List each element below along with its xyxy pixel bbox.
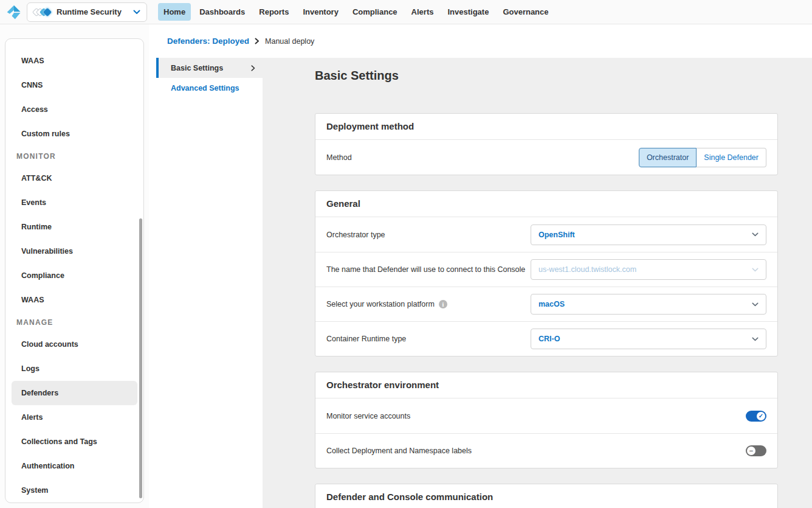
nav-tab-compliance[interactable]: Compliance (347, 3, 403, 21)
sidebar-item-system[interactable]: System (5, 478, 143, 503)
monitor-service-accounts-toggle[interactable]: ✓ (746, 411, 766, 422)
product-switcher-label: Runtime Security (57, 7, 133, 16)
chevron-down-icon (752, 337, 759, 341)
sidebar-item-access[interactable]: Access (5, 97, 143, 122)
workstation-platform-label: Select your workstation platform i (326, 300, 447, 308)
sidebar-item-custom-rules[interactable]: Custom rules (5, 122, 143, 146)
nav-tab-governance[interactable]: Governance (497, 3, 554, 21)
settings-nav-panel: Basic Settings Advanced Settings (149, 58, 263, 508)
sidebar-section-monitor: MONITOR (5, 146, 143, 166)
product-switcher-dropdown[interactable]: Runtime Security (27, 2, 147, 22)
breadcrumb: Defenders: Deployed Manual deploy (149, 24, 812, 58)
monitor-service-accounts-label: Monitor service accounts (326, 412, 410, 420)
collect-labels-label: Collect Deployment and Namespace labels (326, 447, 472, 455)
top-navigation-bar: Runtime Security Home Dashboards Reports… (0, 0, 812, 24)
sidebar-item-vulnerabilities[interactable]: Vulnerabilities (5, 239, 143, 263)
sidebar-section-manage: MANAGE (5, 312, 143, 332)
sidebar-item-waas[interactable]: WAAS (5, 49, 143, 73)
settings-content: Basic Settings Deployment method Method … (263, 58, 812, 508)
left-sidebar-column: WAAS CNNS Access Custom rules MONITOR AT… (0, 24, 149, 508)
sidebar-item-authentication[interactable]: Authentication (5, 454, 143, 478)
info-icon[interactable]: i (439, 300, 447, 308)
sidebar-item-compliance[interactable]: Compliance (5, 263, 143, 288)
console-name-label: The name that Defender will use to conne… (326, 265, 525, 274)
sidebar-scrollbar-thumb[interactable] (139, 218, 142, 498)
page-title: Basic Settings (315, 68, 778, 83)
sidebar-item-runtime[interactable]: Runtime (5, 215, 143, 239)
workstation-platform-select[interactable]: macOS (531, 294, 766, 315)
orchestrator-type-select[interactable]: OpenShift (531, 224, 766, 245)
nav-tab-alerts[interactable]: Alerts (406, 3, 439, 21)
chevron-down-icon (752, 232, 759, 237)
sidebar-item-events[interactable]: Events (5, 190, 143, 215)
container-runtime-type-label: Container Runtime type (326, 335, 406, 343)
nav-tab-inventory[interactable]: Inventory (297, 3, 344, 21)
general-card: General Orchestrator type OpenShift The … (315, 190, 778, 357)
chevron-right-icon (255, 38, 260, 44)
sidebar-item-attack[interactable]: ATT&CK (5, 166, 143, 190)
defender-console-communication-card-title: Defender and Console communication (315, 484, 777, 508)
sidebar-item-cnns[interactable]: CNNS (5, 73, 143, 97)
nav-tab-home[interactable]: Home (158, 3, 191, 21)
toggle-check-icon: ✓ (757, 412, 765, 420)
chevron-right-icon (251, 65, 255, 71)
method-option-single-defender[interactable]: Single Defender (697, 148, 766, 167)
palo-alto-networks-logo-icon (5, 3, 23, 21)
deployment-method-segmented-control: Orchestrator Single Defender (639, 148, 766, 167)
settings-nav-basic[interactable]: Basic Settings (156, 58, 263, 78)
prisma-cloud-icon (33, 9, 50, 15)
breadcrumb-current: Manual deploy (265, 37, 314, 46)
settings-nav-advanced[interactable]: Advanced Settings (156, 78, 263, 98)
sidebar-item-defenders[interactable]: Defenders (5, 381, 143, 405)
defender-console-communication-card: Defender and Console communication (315, 484, 778, 508)
chevron-down-icon (752, 268, 759, 272)
orchestrator-environment-card: Orchestrator environment Monitor service… (315, 372, 778, 468)
sidebar-item-alerts[interactable]: Alerts (5, 405, 143, 430)
app-window: Runtime Security Home Dashboards Reports… (0, 0, 812, 508)
sidebar-item-waas-monitor[interactable]: WAAS (5, 288, 143, 312)
nav-tab-investigate[interactable]: Investigate (442, 3, 494, 21)
method-label: Method (326, 153, 352, 162)
console-name-select[interactable]: us-west1.cloud.twistlock.com (531, 259, 766, 280)
breadcrumb-parent-link[interactable]: Defenders: Deployed (167, 37, 249, 46)
collect-labels-toggle[interactable]: − (746, 445, 766, 456)
sidebar-item-collections-and-tags[interactable]: Collections and Tags (5, 430, 143, 454)
container-runtime-type-select[interactable]: CRI-O (531, 329, 766, 349)
method-option-orchestrator[interactable]: Orchestrator (639, 148, 697, 167)
chevron-down-icon (133, 10, 140, 15)
main-nav: Home Dashboards Reports Inventory Compli… (158, 3, 554, 21)
sidebar-item-cloud-accounts[interactable]: Cloud accounts (5, 332, 143, 357)
toggle-minus-icon: − (747, 447, 755, 455)
nav-tab-dashboards[interactable]: Dashboards (194, 3, 250, 21)
general-card-title: General (315, 191, 777, 217)
orchestrator-type-label: Orchestrator type (326, 231, 385, 239)
deployment-method-card: Deployment method Method Orchestrator Si… (315, 113, 778, 175)
sidebar-panel: WAAS CNNS Access Custom rules MONITOR AT… (5, 38, 144, 503)
main-region: Defenders: Deployed Manual deploy Basic … (149, 24, 812, 508)
deployment-method-card-title: Deployment method (315, 114, 777, 140)
nav-tab-reports[interactable]: Reports (253, 3, 294, 21)
sidebar-item-logs[interactable]: Logs (5, 357, 143, 381)
orchestrator-environment-card-title: Orchestrator environment (315, 372, 777, 398)
chevron-down-icon (752, 302, 759, 307)
